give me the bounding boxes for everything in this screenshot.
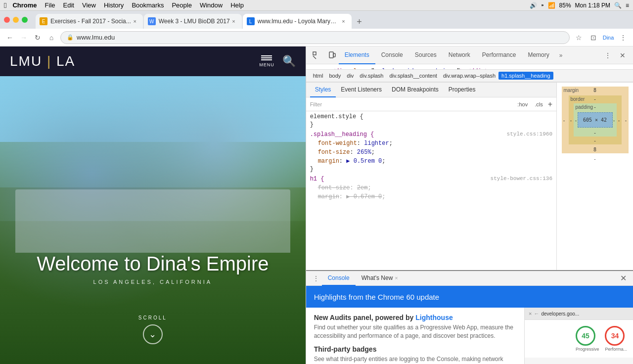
tab-whats-new[interactable]: What's New × [356, 271, 404, 286]
devtools-tabs: Elements Console Sources Network Perform… [339, 46, 601, 64]
console-section-1: New Audits panel, powered by Lighthouse … [314, 314, 516, 340]
forward-button[interactable]: → [18, 32, 30, 44]
new-tab-button[interactable]: + [353, 15, 366, 29]
dom-tree[interactable]: <div class="splash__video-container">…</… [306, 64, 633, 69]
menu-edit[interactable]: Edit [63, 1, 74, 9]
style-source-bower[interactable]: style-bower.css:136 [491, 176, 552, 182]
score-label-performance: Performa... [605, 347, 627, 352]
bookmark-icon[interactable]: ☆ [573, 32, 585, 44]
chrome-tabbar: E Exercises - Fall 2017 - Socia... × W W… [0, 11, 633, 29]
tab-console[interactable]: Console [375, 46, 409, 64]
home-button[interactable]: ⌂ [45, 32, 57, 44]
tab-properties[interactable]: Properties [444, 83, 481, 97]
hov-button[interactable]: :hov [515, 100, 530, 108]
search-button[interactable]: 🔍 [282, 55, 296, 68]
breadcrumb-body[interactable]: body [326, 72, 344, 80]
style-prop-font-weight: font-weight: lighter; [310, 139, 552, 148]
devtools-close[interactable]: ✕ [616, 49, 629, 62]
whats-new-close[interactable]: × [395, 275, 398, 281]
tab-close-exercises[interactable]: × [131, 17, 139, 25]
console-close-button[interactable]: ✕ [617, 273, 629, 284]
menu-chrome[interactable]: Chrome [12, 1, 37, 9]
styles-panel: Styles Event Listeners DOM Breakpoints P… [306, 82, 633, 270]
breadcrumb-div-splash-content[interactable]: div.splash__content [386, 72, 440, 80]
minimize-button[interactable] [13, 17, 19, 23]
tab-biodb[interactable]: W Week 3 - LMU BioDB 2017 × [144, 14, 242, 29]
tab-favicon-exercises: E [40, 17, 47, 25]
border-right-value: - [617, 117, 620, 123]
clock: Mon 1:18 PM [575, 2, 610, 9]
margin-left-value: - [563, 117, 566, 123]
style-source-1960[interactable]: style.css:1960 [507, 131, 552, 137]
menu-history[interactable]: History [104, 1, 124, 9]
mac-menubar:  Chrome File Edit View History Bookmark… [0, 0, 633, 11]
breadcrumb-h1[interactable]: h1.splash__heading [498, 72, 553, 80]
breadcrumb-div-wrap[interactable]: div.wrap.wrap--splash [440, 72, 498, 80]
filter-input[interactable] [326, 101, 511, 107]
sky-overlay [0, 76, 306, 187]
breadcrumb-div[interactable]: div [344, 72, 357, 80]
tab-styles[interactable]: Styles [310, 83, 336, 97]
scroll-indicator[interactable]: SCROLL ⌄ [138, 315, 167, 344]
cls-button[interactable]: .cls [533, 100, 545, 108]
inspect-icon[interactable] [310, 49, 323, 62]
styles-left: Styles Event Listeners DOM Breakpoints P… [306, 83, 556, 270]
margin-top-value: 8 [593, 88, 596, 93]
back-button[interactable]: ← [4, 32, 16, 44]
tab-close-biodb[interactable]: × [230, 17, 238, 25]
padding-right-value: - [612, 117, 615, 123]
signin-icon[interactable]: Dina [602, 32, 614, 44]
tab-close-lmu[interactable]: × [340, 17, 348, 25]
reload-button[interactable]: ↻ [32, 32, 44, 44]
devtools-more-tabs[interactable]: » [555, 52, 567, 59]
devtools-settings[interactable]: ⋮ [601, 49, 614, 62]
console-toggle-icon[interactable]: ⋮ [310, 273, 322, 284]
menu-button[interactable]: MENU [259, 55, 274, 67]
filter-label: Filter [310, 101, 322, 107]
address-bar[interactable]: 🔒 www.lmu.edu [60, 31, 570, 44]
add-style-button[interactable]: + [548, 100, 552, 109]
chrome-addressbar: ← → ↻ ⌂ 🔒 www.lmu.edu ☆ ⊡ Dina ⋮ [0, 29, 633, 46]
content-size: 605 × 42 [583, 117, 607, 123]
box-model-panel: margin 8 8 - - border - - - - [556, 83, 633, 270]
console-main-content: New Audits panel, powered by Lighthouse … [306, 308, 524, 364]
notification-icon[interactable]: ≡ [626, 2, 629, 9]
section-1-title: New Audits panel, powered by Lighthouse [314, 314, 516, 321]
tab-dom-breakpoints[interactable]: DOM Breakpoints [387, 83, 444, 97]
breadcrumb-div-splash[interactable]: div.splash [357, 72, 386, 80]
menu-people[interactable]: People [172, 1, 191, 9]
menu-bookmarks[interactable]: Bookmarks [132, 1, 164, 9]
menu-label: MENU [259, 62, 274, 67]
tab-performance[interactable]: Performance [476, 46, 522, 64]
tab-exercises[interactable]: E Exercises - Fall 2017 - Socia... × [36, 14, 143, 29]
devtools-topbar: Elements Console Sources Network Perform… [306, 46, 633, 64]
tab-network[interactable]: Network [443, 46, 476, 64]
breadcrumb-html[interactable]: html [310, 72, 326, 80]
settings-icon[interactable]: ⋮ [617, 32, 629, 44]
scroll-circle[interactable]: ⌄ [143, 324, 163, 344]
margin-right-value: - [624, 117, 627, 123]
menu-file[interactable]: File [45, 1, 55, 9]
tab-console-bottom[interactable]: Console [322, 271, 356, 286]
styles-content: element.style { } .splash__heading { sty… [306, 111, 556, 270]
toolbar-right: ☆ ⊡ Dina ⋮ [573, 32, 629, 44]
apple-icon[interactable]:  [4, 1, 6, 9]
tab-memory[interactable]: Memory [522, 46, 555, 64]
fullscreen-button[interactable] [22, 17, 28, 23]
menu-window[interactable]: Window [200, 1, 223, 9]
tab-elements[interactable]: Elements [339, 46, 375, 64]
device-mode-icon[interactable] [326, 49, 339, 62]
search-icon[interactable]: 🔍 [614, 2, 622, 9]
section-2-text: See what third-party entities are loggin… [314, 355, 516, 364]
close-button[interactable] [4, 17, 10, 23]
style-prop-font-size: font-size: 265%; [310, 148, 552, 157]
cast-icon[interactable]: ⊡ [588, 32, 599, 44]
tab-sources[interactable]: Sources [409, 46, 443, 64]
tab-lmu[interactable]: L www.lmu.edu - Loyola Marym... × [243, 14, 352, 29]
console-header-banner: Highlights from the Chrome 60 update [306, 286, 633, 308]
menu-view[interactable]: View [82, 1, 96, 9]
score-circle-45: 45 [576, 326, 595, 346]
selector-splash-heading: .splash__heading { style.css:1960 [310, 131, 552, 138]
tab-event-listeners[interactable]: Event Listeners [336, 83, 387, 97]
menu-help[interactable]: Help [230, 1, 244, 9]
